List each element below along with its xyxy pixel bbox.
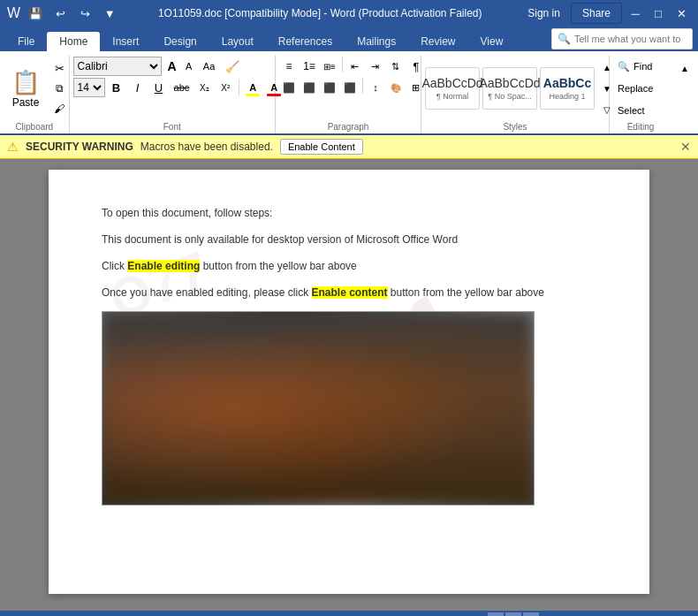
paragraph-3: Click Enable editing button from the yel… (102, 258, 596, 274)
read-mode-button[interactable]: 📖 (523, 612, 539, 616)
editing-section: 🔍 Find Replace Select Editing (610, 55, 671, 133)
enable-content-button[interactable]: Enable Content (280, 139, 363, 155)
close-button[interactable]: ✕ (671, 4, 691, 23)
grow-font-button[interactable]: A (164, 58, 180, 74)
clipboard-content: 📋 Paste ✂ ⧉ 🖌 (4, 55, 65, 122)
change-case-button[interactable]: Aa (200, 57, 219, 76)
align-center-button[interactable]: ⬛ (300, 78, 319, 97)
styles-section: AaBbCcDd ¶ Normal AaBbCcDd ¶ No Spac... … (421, 55, 610, 133)
view-buttons: ⊡ ⊟ 📖 (488, 612, 539, 616)
paste-label: Paste (12, 96, 40, 109)
tab-insert[interactable]: Insert (100, 32, 151, 51)
enable-editing-highlight: Enable editing (127, 260, 200, 272)
paste-button[interactable]: 📋 Paste (4, 66, 48, 111)
decrease-indent-button[interactable]: ⇤ (345, 57, 365, 76)
tab-design[interactable]: Design (151, 32, 209, 51)
document-page: O771 O77 To open this document, follow s… (49, 170, 649, 594)
underline-button[interactable]: U (149, 78, 169, 97)
ribbon-body: 📋 Paste ✂ ⧉ 🖌 Clipboard Calibri A A Aa (0, 51, 698, 135)
increase-indent-button[interactable]: ⇥ (366, 57, 385, 76)
paragraph-content: ≡ 1≡ ⊞≡ ⇤ ⇥ ⇅ ¶ ⬛ ⬛ ⬛ ⬛ ↕ 🎨 ⊞ (279, 55, 417, 122)
editing-label: Editing (613, 122, 668, 133)
strikethrough-button[interactable]: abc (171, 78, 193, 97)
clear-format-button[interactable]: 🧹 (222, 57, 243, 76)
ribbon-tabs: File Home Insert Design Layout Reference… (0, 27, 698, 51)
title-bar: W 💾 ↩ ↪ ▼ 1O11059.doc [Compatibility Mod… (0, 0, 698, 27)
bullets-button[interactable]: ≡ (279, 57, 299, 76)
tab-references[interactable]: References (266, 32, 345, 51)
font-family-select[interactable]: Calibri (73, 57, 162, 76)
align-right-button[interactable]: ⬛ (320, 78, 339, 97)
text-highlight-button[interactable]: A (243, 78, 262, 97)
bold-button[interactable]: B (107, 78, 126, 97)
security-warning-icon: ⚠ (7, 140, 19, 154)
tab-layout[interactable]: Layout (209, 32, 266, 51)
paragraph-2: This document is only available for desk… (102, 232, 596, 247)
security-close-button[interactable]: ✕ (680, 140, 691, 154)
replace-button[interactable]: Replace (614, 79, 667, 98)
superscript-button[interactable]: X² (216, 78, 235, 97)
font-size-select[interactable]: 14 (73, 78, 105, 97)
paragraph-section: ≡ 1≡ ⊞≡ ⇤ ⇥ ⇅ ¶ ⬛ ⬛ ⬛ ⬛ ↕ 🎨 ⊞ Paragraph (276, 55, 421, 133)
maximize-button[interactable]: □ (649, 4, 668, 23)
sign-in-button[interactable]: Sign in (520, 7, 567, 19)
redo-button[interactable]: ↪ (75, 4, 95, 23)
tab-file[interactable]: File (5, 32, 47, 51)
zoom-in-button[interactable]: + (643, 611, 663, 616)
security-bar: ⚠ SECURITY WARNING Macros have been disa… (0, 135, 698, 159)
share-button[interactable]: Share (571, 3, 622, 24)
paragraph-label: Paragraph (279, 122, 417, 133)
sort-button[interactable]: ⇅ (386, 57, 406, 76)
status-bar: Page 1 of 1 42 words ✓ English (United S… (0, 611, 698, 616)
tab-mailings[interactable]: Mailings (345, 32, 408, 51)
numbering-button[interactable]: 1≡ (300, 57, 319, 76)
italic-button[interactable]: I (128, 78, 148, 97)
find-button[interactable]: 🔍 Find (614, 57, 667, 76)
minimize-button[interactable]: ─ (626, 4, 645, 23)
clipboard-label: Clipboard (4, 122, 65, 133)
editing-content: 🔍 Find Replace Select (613, 55, 668, 122)
multilevel-list-button[interactable]: ⊞≡ (320, 57, 339, 76)
undo-button[interactable]: ↩ (50, 4, 70, 23)
copy-button[interactable]: ⧉ (49, 79, 69, 98)
shading-button[interactable]: 🎨 (386, 78, 406, 97)
format-painter-button[interactable]: 🖌 (49, 99, 69, 118)
style-heading1[interactable]: AaBbCc Heading 1 (540, 67, 595, 110)
font-section: Calibri A A Aa 🧹 14 B I U abc X₂ X² (70, 55, 276, 133)
line-spacing-button[interactable]: ↕ (366, 78, 385, 97)
select-button[interactable]: Select (614, 101, 667, 120)
tab-review[interactable]: Review (408, 32, 467, 51)
title-bar-left: W 💾 ↩ ↪ ▼ (7, 4, 119, 23)
zoom-out-button[interactable]: − (546, 611, 565, 616)
justify-button[interactable]: ⬛ (340, 78, 360, 97)
font-content: Calibri A A Aa 🧹 14 B I U abc X₂ X² (73, 55, 271, 122)
save-button[interactable]: 💾 (26, 4, 45, 23)
collapse-ribbon-button[interactable]: ▲ (675, 58, 694, 78)
shrink-font-button[interactable]: A (181, 58, 197, 74)
find-icon: 🔍 (618, 61, 630, 72)
web-layout-button[interactable]: ⊟ (505, 612, 521, 616)
tab-home[interactable]: Home (47, 32, 100, 51)
cut-button[interactable]: ✂ (49, 58, 69, 78)
security-warning-label: SECURITY WARNING (26, 141, 133, 153)
styles-label: Styles (425, 122, 605, 133)
styles-content: AaBbCcDd ¶ Normal AaBbCcDd ¶ No Spac... … (425, 55, 605, 122)
blurred-image (102, 312, 534, 505)
tab-view[interactable]: View (468, 32, 516, 51)
font-color-a-icon: A (270, 82, 277, 93)
security-message: Macros have been disabled. (140, 141, 273, 153)
paste-icon: 📋 (11, 69, 40, 96)
paragraph-1: To open this document, follow steps: (102, 205, 596, 221)
subscript-button[interactable]: X₂ (194, 78, 214, 97)
document-area: O771 O77 To open this document, follow s… (0, 159, 698, 611)
customize-qat-button[interactable]: ▼ (100, 4, 119, 23)
style-normal[interactable]: AaBbCcDd ¶ Normal (425, 67, 480, 110)
font-color-button[interactable]: A (264, 78, 284, 97)
tell-me-box[interactable]: 🔍 (551, 28, 693, 49)
style-no-spacing[interactable]: AaBbCcDd ¶ No Spac... (482, 67, 537, 110)
zoom-bar: − + 100% (546, 611, 691, 616)
enable-content-highlight: Enable content (312, 286, 388, 299)
tell-me-input[interactable] (574, 34, 680, 44)
search-icon: 🔍 (558, 33, 571, 45)
print-layout-button[interactable]: ⊡ (488, 612, 504, 616)
